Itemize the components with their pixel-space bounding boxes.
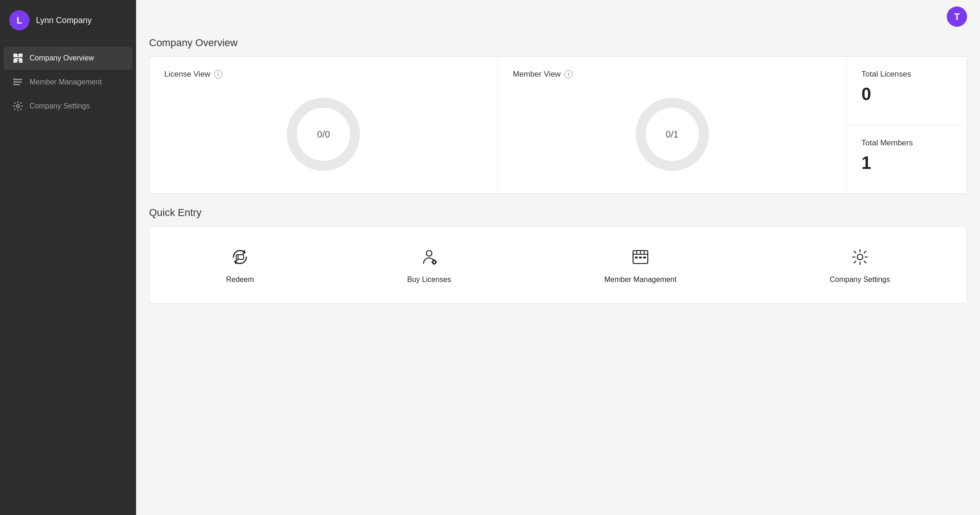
company-avatar: L [9, 10, 30, 30]
svg-rect-11 [13, 78, 15, 80]
svg-rect-31 [635, 257, 638, 258]
license-view-label: License View [164, 70, 210, 79]
svg-rect-13 [13, 84, 15, 85]
svg-rect-3 [19, 59, 23, 63]
member-view-info-icon[interactable]: i [564, 70, 573, 78]
svg-point-19 [426, 251, 432, 256]
sidebar-item-label-members: Member Management [30, 78, 102, 86]
sidebar-nav: Company Overview Member Management [0, 41, 136, 123]
page-title: Company Overview [149, 37, 967, 49]
license-donut-label: 0/0 [317, 129, 330, 140]
user-avatar[interactable]: T [947, 6, 967, 27]
redeem-icon [229, 246, 251, 268]
member-donut-wrapper: 0/1 [513, 88, 832, 180]
quick-entry-buy-licenses[interactable]: Buy Licenses [389, 241, 470, 288]
sidebar-header: L Lynn Company [0, 0, 136, 41]
stats-row: License View i 0/0 Member View i [149, 56, 967, 194]
svg-rect-6 [14, 58, 22, 59]
svg-point-34 [857, 254, 863, 260]
license-view-card: License View i 0/0 [149, 57, 498, 193]
sidebar: L Lynn Company Company Overview [0, 0, 136, 515]
quick-entry-title: Quick Entry [149, 207, 967, 219]
sidebar-item-member-management[interactable]: Member Management [4, 71, 132, 94]
svg-rect-7 [14, 60, 18, 61]
license-donut-wrapper: 0/0 [164, 88, 483, 180]
svg-rect-8 [14, 79, 22, 80]
svg-rect-12 [13, 81, 15, 83]
total-licenses-item: Total Licenses 0 [847, 57, 967, 126]
svg-point-21 [433, 261, 435, 263]
overview-icon [13, 53, 23, 63]
quick-entry-member-management[interactable]: Member Management [586, 241, 695, 288]
license-view-title: License View i [164, 70, 222, 79]
svg-rect-32 [639, 257, 642, 258]
svg-point-14 [17, 105, 19, 108]
member-donut-label: 0/1 [666, 129, 679, 140]
topbar: T [136, 0, 980, 33]
total-members-value: 1 [861, 153, 952, 173]
buy-licenses-label: Buy Licenses [407, 275, 451, 284]
quick-entry-redeem[interactable]: Redeem [208, 241, 272, 288]
svg-rect-9 [14, 82, 22, 83]
settings-icon [13, 101, 23, 111]
svg-rect-5 [14, 56, 20, 57]
redeem-label: Redeem [226, 275, 254, 284]
buy-licenses-icon [418, 246, 440, 268]
main-content: T Company Overview License View i 0/0 [136, 0, 980, 515]
sidebar-item-company-settings[interactable]: Company Settings [4, 95, 132, 118]
company-settings-label: Company Settings [830, 275, 890, 284]
content-area: Company Overview License View i 0/0 [136, 33, 980, 515]
sidebar-item-label-overview: Company Overview [30, 54, 94, 62]
member-donut: 0/1 [631, 93, 714, 176]
totals-panel: Total Licenses 0 Total Members 1 [847, 57, 967, 193]
members-icon [13, 77, 23, 87]
member-view-card: Member View i 0/1 [498, 57, 847, 193]
member-view-title: Member View i [513, 70, 573, 79]
sidebar-item-label-settings: Company Settings [30, 102, 90, 110]
quick-entry-company-settings[interactable]: Company Settings [811, 241, 908, 288]
member-mgmt-icon [629, 246, 651, 268]
total-licenses-label: Total Licenses [861, 70, 952, 79]
company-name: Lynn Company [36, 16, 91, 25]
quick-entry-section: Quick Entry [149, 207, 967, 304]
license-donut: 0/0 [282, 93, 365, 176]
member-management-label: Member Management [604, 275, 677, 284]
total-members-label: Total Members [861, 138, 952, 148]
sidebar-item-company-overview[interactable]: Company Overview [4, 47, 132, 70]
member-view-label: Member View [513, 70, 561, 79]
total-licenses-value: 0 [861, 84, 952, 104]
svg-rect-17 [236, 255, 244, 259]
company-settings-icon [849, 246, 871, 268]
quick-entry-card: Redeem [149, 226, 967, 304]
total-members-item: Total Members 1 [847, 126, 967, 194]
svg-rect-33 [643, 257, 646, 258]
license-view-info-icon[interactable]: i [214, 70, 222, 78]
svg-rect-4 [14, 54, 22, 55]
